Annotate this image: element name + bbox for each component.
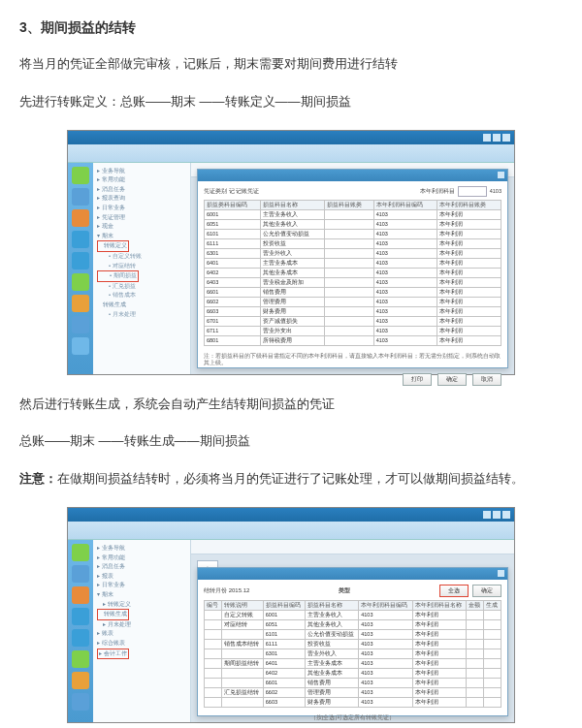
cancel-button[interactable]: 取消	[472, 373, 501, 386]
module-icon[interactable]	[72, 316, 89, 333]
tree-item[interactable]: • 自定义转账	[97, 252, 186, 262]
module-icon[interactable]	[72, 231, 89, 248]
module-icon[interactable]	[72, 629, 89, 647]
tree-item[interactable]: ▸ 月末处理	[97, 620, 186, 630]
module-icon[interactable]	[72, 650, 89, 668]
module-icon[interactable]	[72, 188, 89, 206]
tree-item[interactable]: ▸ 转账定义	[97, 600, 186, 610]
profit-account-input[interactable]	[458, 186, 487, 197]
tree-item[interactable]: • 期间损益	[97, 270, 139, 282]
tree-item[interactable]: 转账定义	[97, 240, 129, 252]
table-cell: 6101	[205, 229, 261, 238]
module-icon[interactable]	[72, 693, 89, 711]
module-icon[interactable]	[72, 672, 89, 689]
table-row[interactable]: 自定义转账6001主营业务收入4103本年利润	[205, 610, 501, 619]
tree-item[interactable]: 转账生成	[97, 301, 186, 310]
select-all-button[interactable]: 全选	[439, 585, 469, 597]
table-row[interactable]: 6601销售费用4103本年利润	[205, 678, 501, 687]
table-row[interactable]: 6402其他业务成本4103本年利润	[205, 268, 501, 277]
max-icon[interactable]	[493, 511, 501, 519]
tree-item[interactable]: ▸ 凭证管理	[97, 213, 186, 223]
table-row[interactable]: 6401主营业务成本4103本年利润	[205, 258, 501, 268]
paragraph-3: 然后进行转账生成，系统会自动产生结转期间损益的凭证	[19, 395, 563, 415]
note-text: 在做期间损益结转时，必须将当月的凭证进行了记账处理，才可以做期间损益结转。	[57, 471, 524, 486]
tree-item[interactable]: ▸ 业务导航	[97, 544, 186, 554]
module-icon[interactable]	[72, 337, 89, 355]
table-cell: 6051	[263, 619, 305, 629]
table-row[interactable]: 汇兑损益结转6602管理费用4103本年利润	[205, 687, 501, 697]
table-cell	[205, 619, 222, 629]
tree-item[interactable]: ▾ 期末	[97, 232, 186, 241]
tree-item[interactable]: ▸ 业务导航	[97, 167, 186, 176]
dialog-close-icon[interactable]	[498, 172, 504, 178]
table-row[interactable]: 期间损益结转6401主营业务成本4103本年利润	[205, 658, 501, 668]
tree-item[interactable]: • 月末处理	[97, 310, 186, 320]
table-row[interactable]: 6051其他业务收入4103本年利润	[205, 219, 501, 229]
hint-text: （按[全选]可选定所有转账凭证）	[198, 712, 507, 724]
table-cell: 4103	[373, 326, 437, 335]
module-icon[interactable]	[72, 586, 89, 604]
table-row[interactable]: 6101公允价值变动损益4103本年利润	[205, 629, 501, 639]
tree-item[interactable]: ▸ 综合账表	[97, 639, 186, 649]
table-row[interactable]: 6602管理费用4103本年利润	[205, 297, 501, 306]
module-icon[interactable]	[72, 608, 89, 625]
module-icon[interactable]	[72, 167, 89, 184]
tree-item[interactable]: ▸ 常用功能	[97, 175, 186, 185]
table-row[interactable]: 6603财务费用4103本年利润	[205, 697, 501, 707]
column-header: 生成	[484, 600, 501, 610]
tree-item[interactable]: ▸ 日常业务	[97, 204, 186, 213]
max-icon[interactable]	[493, 134, 501, 142]
min-icon[interactable]	[483, 134, 491, 142]
table-cell: 营业外收入	[261, 248, 325, 258]
ok-button-top[interactable]: 确定	[472, 585, 501, 597]
table-cell	[324, 316, 373, 326]
table-row[interactable]: 对应结转6051其他业务收入4103本年利润	[205, 619, 501, 629]
table-row[interactable]: 6001主营业务收入4103本年利润	[205, 209, 501, 219]
dialog-close-icon[interactable]	[498, 570, 504, 577]
table-cell	[484, 619, 501, 629]
module-icon[interactable]	[72, 544, 89, 561]
tree-item[interactable]: ▸ 常用功能	[97, 554, 186, 563]
table-row[interactable]: 6701资产减值损失4103本年利润	[205, 316, 501, 326]
table-cell	[324, 277, 373, 287]
tree-item[interactable]: ▸ 会计工作	[97, 649, 129, 660]
table-cell	[484, 629, 501, 639]
table-row[interactable]: 6402其他业务成本4103本年利润	[205, 668, 501, 678]
table-cell	[484, 610, 501, 619]
generate-table: 编号转账说明损益科目编码损益科目名称本年利润科目编码本年利润科目名称金额生成 自…	[204, 600, 501, 708]
table-row[interactable]: 销售成本结转6111投资收益4103本年利润	[205, 639, 501, 649]
module-icon[interactable]	[72, 295, 89, 312]
tree-item[interactable]: ▸ 日常业务	[97, 581, 186, 590]
tree-item[interactable]: ▸ 现金	[97, 222, 186, 232]
table-cell: 4103	[359, 610, 413, 619]
table-row[interactable]: 6711营业外支出4103本年利润	[205, 326, 501, 335]
table-row[interactable]: 6301营业外收入4103本年利润	[205, 248, 501, 258]
tree-item[interactable]: 转账生成	[97, 609, 129, 620]
tree-item[interactable]: • 销售成本	[97, 291, 186, 301]
table-row[interactable]: 6801所得税费用4103本年利润	[205, 335, 501, 345]
tree-item[interactable]: • 汇兑损益	[97, 282, 186, 292]
tree-item[interactable]: ▸ 报表	[97, 572, 186, 582]
module-icon[interactable]	[72, 565, 89, 583]
table-row[interactable]: 6101公允价值变动损益4103本年利润	[205, 229, 501, 238]
tree-item[interactable]: ▸ 账表	[97, 629, 186, 639]
close-icon[interactable]	[502, 511, 510, 519]
min-icon[interactable]	[483, 511, 491, 519]
tree-item[interactable]: ▸ 消息任务	[97, 562, 186, 572]
tree-item[interactable]: ▾ 期末	[97, 590, 186, 600]
module-icon[interactable]	[72, 252, 89, 269]
ok-button[interactable]: 确定	[437, 373, 467, 386]
module-icon[interactable]	[72, 209, 89, 227]
tree-item[interactable]: ▸ 消息任务	[97, 185, 186, 195]
table-cell: 主营业务成本	[305, 658, 359, 668]
tree-item[interactable]: • 对应结转	[97, 262, 186, 271]
table-row[interactable]: 6603财务费用4103本年利润	[205, 306, 501, 316]
print-button[interactable]: 打印	[403, 373, 432, 386]
table-row[interactable]: 6111投资收益4103本年利润	[205, 238, 501, 248]
tree-item[interactable]: ▸ 报表查询	[97, 194, 186, 204]
table-row[interactable]: 6403营业税金及附加4103本年利润	[205, 277, 501, 287]
close-icon[interactable]	[502, 134, 510, 142]
table-row[interactable]: 6301营业外收入4103本年利润	[205, 649, 501, 658]
table-row[interactable]: 6601销售费用4103本年利润	[205, 287, 501, 297]
module-icon[interactable]	[72, 273, 89, 291]
